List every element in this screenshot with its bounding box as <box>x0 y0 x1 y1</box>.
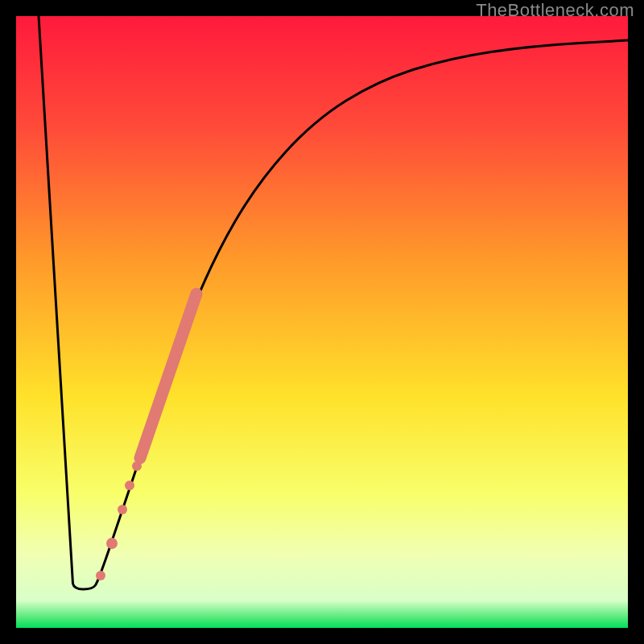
marker-dot <box>118 505 127 514</box>
chart-svg <box>16 16 628 628</box>
gradient-background <box>16 16 628 628</box>
plot-area <box>16 16 628 628</box>
chart-frame: TheBottleneck.com <box>0 0 644 644</box>
watermark-text: TheBottleneck.com <box>476 0 634 21</box>
marker-dot <box>106 538 118 549</box>
marker-dot <box>96 571 105 580</box>
marker-dot <box>125 481 134 490</box>
